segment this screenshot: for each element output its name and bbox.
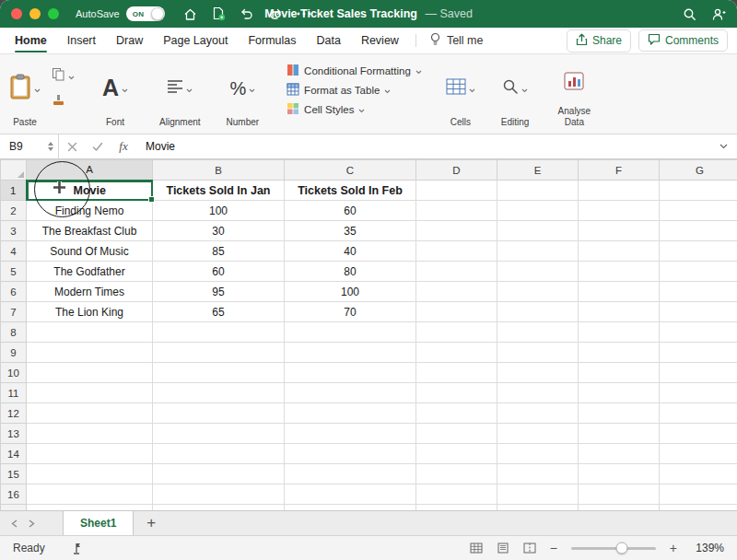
column-header-E[interactable]: E <box>497 160 579 181</box>
cell-C5[interactable]: 80 <box>285 262 416 282</box>
cell-E10[interactable] <box>497 363 579 383</box>
cell-E5[interactable] <box>497 262 579 282</box>
cell-G3[interactable] <box>660 221 737 241</box>
cell-F16[interactable] <box>579 484 660 505</box>
cell-D10[interactable] <box>416 363 497 383</box>
column-header-G[interactable]: G <box>660 160 737 181</box>
cell-B9[interactable] <box>153 343 285 363</box>
cell-C8[interactable] <box>285 322 416 343</box>
page-layout-view-icon[interactable] <box>497 542 509 554</box>
cell-E15[interactable] <box>497 464 579 484</box>
zoom-slider-knob[interactable] <box>616 542 628 554</box>
cell-B10[interactable] <box>153 363 285 383</box>
cell-G17[interactable] <box>660 505 737 511</box>
row-header-2[interactable]: 2 <box>1 201 27 221</box>
cell-A16[interactable] <box>27 484 153 505</box>
cell-E11[interactable] <box>497 383 579 403</box>
cell-G7[interactable] <box>660 302 737 322</box>
cell-F3[interactable] <box>579 221 660 241</box>
cell-G13[interactable] <box>660 424 737 444</box>
cell-D7[interactable] <box>416 302 497 322</box>
cell-B4[interactable]: 85 <box>153 241 285 262</box>
cell-A10[interactable] <box>27 363 153 383</box>
tab-insert[interactable]: Insert <box>67 28 96 53</box>
conditional-formatting-button[interactable]: Conditional Formatting <box>287 64 422 78</box>
cell-F10[interactable] <box>579 363 660 383</box>
cell-B3[interactable]: 30 <box>153 221 285 241</box>
formula-bar-value[interactable]: Movie <box>146 140 175 153</box>
cell-G15[interactable] <box>660 464 737 484</box>
column-header-B[interactable]: B <box>153 160 285 181</box>
cell-D9[interactable] <box>416 343 497 363</box>
normal-view-icon[interactable] <box>470 542 483 554</box>
cell-G14[interactable] <box>660 444 737 464</box>
sheet-prev-icon[interactable] <box>11 515 18 531</box>
cell-F12[interactable] <box>579 403 660 424</box>
row-header-13[interactable]: 13 <box>1 424 27 444</box>
cell-G1[interactable] <box>660 181 737 201</box>
cell-E1[interactable] <box>497 181 579 201</box>
cell-F13[interactable] <box>579 424 660 444</box>
cell-A12[interactable] <box>27 403 153 424</box>
cell-A2[interactable]: Finding Nemo <box>27 201 153 221</box>
row-header-6[interactable]: 6 <box>1 282 27 302</box>
cell-F7[interactable] <box>579 302 660 322</box>
zoom-in-button[interactable]: + <box>670 542 677 554</box>
cell-F6[interactable] <box>579 282 660 302</box>
cell-F9[interactable] <box>579 343 660 363</box>
cell-B8[interactable] <box>153 322 285 343</box>
cell-D4[interactable] <box>416 241 497 262</box>
share-button[interactable]: Share <box>567 29 631 52</box>
cell-B6[interactable]: 95 <box>153 282 285 302</box>
row-header-16[interactable]: 16 <box>1 484 27 505</box>
cell-B16[interactable] <box>153 484 285 505</box>
cancel-icon[interactable] <box>59 142 85 152</box>
row-header-10[interactable]: 10 <box>1 363 27 383</box>
cell-D17[interactable] <box>416 505 497 511</box>
home-icon[interactable] <box>183 7 197 21</box>
cell-A6[interactable]: Modern Times <box>27 282 153 302</box>
cell-C3[interactable]: 35 <box>285 221 416 241</box>
cell-G8[interactable] <box>660 322 737 343</box>
row-header-7[interactable]: 7 <box>1 302 27 322</box>
cell-D1[interactable] <box>416 181 497 201</box>
cell-E3[interactable] <box>497 221 579 241</box>
tab-formulas[interactable]: Formulas <box>248 28 296 53</box>
formula-bar-expand-icon[interactable] <box>719 144 728 149</box>
cell-A13[interactable] <box>27 424 153 444</box>
cell-E6[interactable] <box>497 282 579 302</box>
cell-G10[interactable] <box>660 363 737 383</box>
cell-E4[interactable] <box>497 241 579 262</box>
comments-button[interactable]: Comments <box>638 29 728 52</box>
cell-F17[interactable] <box>579 505 660 511</box>
cell-B7[interactable]: 65 <box>153 302 285 322</box>
cell-C14[interactable] <box>285 444 416 464</box>
row-header-11[interactable]: 11 <box>1 383 27 403</box>
cell-B5[interactable]: 60 <box>153 262 285 282</box>
cell-F8[interactable] <box>579 322 660 343</box>
cell-B15[interactable] <box>153 464 285 484</box>
add-sheet-button[interactable]: + <box>134 511 169 535</box>
cell-E9[interactable] <box>497 343 579 363</box>
font-group-button[interactable]: A Font <box>102 60 128 130</box>
cell-B12[interactable] <box>153 403 285 424</box>
cell-C10[interactable] <box>285 363 416 383</box>
cell-C4[interactable]: 40 <box>285 241 416 262</box>
cell-A14[interactable] <box>27 444 153 464</box>
cell-G6[interactable] <box>660 282 737 302</box>
search-icon[interactable] <box>683 7 696 21</box>
cell-A17[interactable] <box>27 505 153 511</box>
cell-A3[interactable]: The Breakfast Club <box>27 221 153 241</box>
cell-B14[interactable] <box>153 444 285 464</box>
row-header-17[interactable]: 17 <box>1 505 27 511</box>
name-box[interactable]: B9 <box>0 134 59 158</box>
cell-G4[interactable] <box>660 241 737 262</box>
cell-F2[interactable] <box>579 201 660 221</box>
autosave-toggle[interactable]: ON <box>126 6 165 21</box>
cell-E2[interactable] <box>497 201 579 221</box>
name-box-stepper[interactable] <box>48 142 53 151</box>
cell-C6[interactable]: 100 <box>285 282 416 302</box>
cell-G2[interactable] <box>660 201 737 221</box>
cell-D11[interactable] <box>416 383 497 403</box>
cell-F14[interactable] <box>579 444 660 464</box>
